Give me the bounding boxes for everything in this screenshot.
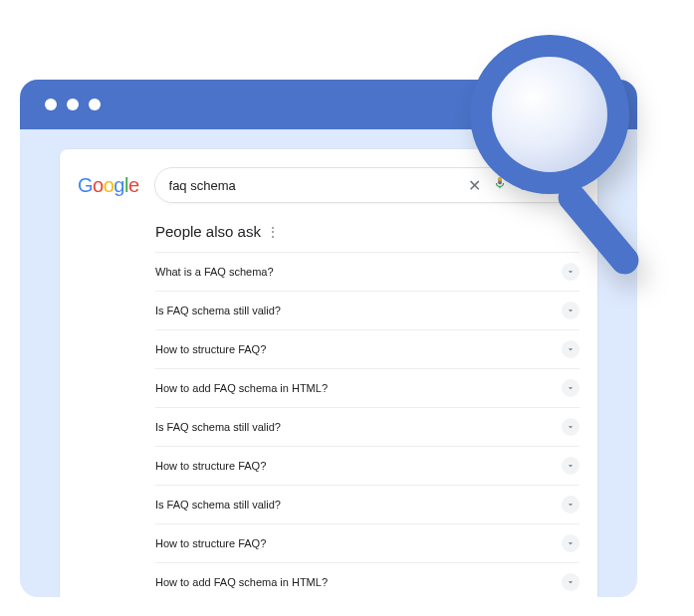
paa-question: Is FAQ schema still valid? xyxy=(155,305,281,316)
window-close-dot[interactable] xyxy=(45,99,57,110)
chevron-down-icon[interactable] xyxy=(562,340,579,358)
chevron-down-icon[interactable] xyxy=(562,379,579,397)
window-maximize-dot[interactable] xyxy=(89,99,101,110)
paa-item[interactable]: Is FAQ schema still valid? xyxy=(155,407,579,446)
google-logo: Google xyxy=(78,174,139,197)
chevron-down-icon[interactable] xyxy=(562,534,579,552)
paa-question: Is FAQ schema still valid? xyxy=(155,499,281,511)
paa-item[interactable]: How to structure FAQ? xyxy=(155,446,579,485)
paa-question: Is FAQ schema still valid? xyxy=(155,421,281,433)
paa-question: How to add FAQ schema in HTML? xyxy=(155,576,328,588)
chevron-down-icon[interactable] xyxy=(562,418,579,436)
svg-rect-3 xyxy=(553,178,644,279)
paa-item[interactable]: How to add FAQ schema in HTML? xyxy=(155,562,579,597)
logo-letter: o xyxy=(104,174,115,196)
logo-letter: e xyxy=(128,174,139,196)
paa-item[interactable]: How to structure FAQ? xyxy=(155,523,579,562)
paa-question: How to structure FAQ? xyxy=(155,537,266,549)
paa-question: What is a FAQ schema? xyxy=(155,266,274,278)
paa-question: How to add FAQ schema in HTML? xyxy=(155,382,328,394)
window-minimize-dot[interactable] xyxy=(67,99,79,110)
logo-letter: g xyxy=(114,174,124,196)
magnifying-glass-icon xyxy=(445,20,664,279)
search-input[interactable] xyxy=(169,178,468,193)
kebab-menu-icon[interactable]: ⋮ xyxy=(267,225,279,239)
logo-letter: G xyxy=(78,174,93,196)
chevron-down-icon[interactable] xyxy=(562,457,579,475)
chevron-down-icon[interactable] xyxy=(562,302,579,319)
paa-question: How to structure FAQ? xyxy=(155,460,266,472)
chevron-down-icon[interactable] xyxy=(562,496,579,513)
paa-question: How to structure FAQ? xyxy=(155,343,266,355)
paa-item[interactable]: How to add FAQ schema in HTML? xyxy=(155,368,579,407)
results-area: People also ask ⋮ What is a FAQ schema?I… xyxy=(78,223,579,597)
paa-item[interactable]: Is FAQ schema still valid? xyxy=(155,485,579,523)
paa-item[interactable]: Is FAQ schema still valid? xyxy=(155,291,579,329)
people-also-ask-list: What is a FAQ schema?Is FAQ schema still… xyxy=(155,252,579,597)
svg-point-5 xyxy=(492,57,607,172)
logo-letter: o xyxy=(93,174,104,196)
paa-item[interactable]: How to structure FAQ? xyxy=(155,329,579,368)
people-also-ask-title: People also ask xyxy=(155,223,261,240)
window-controls xyxy=(45,99,101,110)
chevron-down-icon[interactable] xyxy=(562,573,579,591)
